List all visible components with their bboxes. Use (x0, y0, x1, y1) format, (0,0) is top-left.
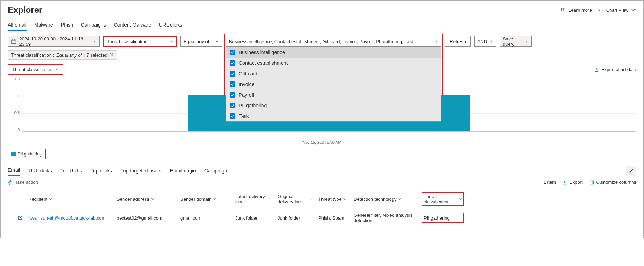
recipient-link[interactable]: hwan.sun-ah@mdodf.cattack-lab.com (28, 215, 105, 221)
checkbox-checked-icon (230, 60, 235, 66)
th-original[interactable]: Original delivery loc… (275, 192, 315, 206)
option-contact-establishment[interactable]: Contact establishment (226, 58, 441, 68)
option-gift-card[interactable]: Gift card (226, 68, 441, 79)
subtab-top-targeted[interactable]: Top targeted users (121, 166, 162, 176)
chart-series-dropdown[interactable]: Threat classification (8, 64, 63, 75)
filter-field-dropdown[interactable]: Threat classification (103, 36, 177, 47)
expand-icon (629, 168, 634, 173)
cell-latest: Junk folder (232, 213, 275, 223)
option-payroll[interactable]: Payroll (226, 90, 441, 100)
chevron-down-icon (435, 40, 438, 43)
export-table-link[interactable]: Export (562, 180, 583, 185)
option-invoice[interactable]: Invoice (226, 79, 441, 90)
chart-icon (598, 7, 604, 13)
chevron-down-icon (310, 197, 313, 201)
cell-threat-class: PII gathering (422, 213, 464, 223)
results-table: Recipient Sender address Sender domain L… (8, 189, 636, 227)
tab-all-email[interactable]: All email (8, 20, 27, 31)
close-icon[interactable]: ✕ (110, 52, 114, 58)
th-sender[interactable]: Sender address (114, 192, 178, 206)
th-threat-class[interactable]: Threat classification (422, 192, 464, 206)
filter-values-dropdown[interactable]: Business intelligence, Contact establish… (226, 36, 441, 47)
cell-domain: gmail.com (178, 213, 232, 223)
chart-legend[interactable]: PII gathering (8, 149, 46, 159)
download-icon (562, 180, 567, 185)
cell-threat-type: Phish, Spam (315, 213, 351, 223)
chevron-down-icon (269, 197, 272, 201)
subtab-top-urls[interactable]: Top URLs (60, 166, 82, 176)
learn-more-link[interactable]: Learn more (561, 7, 592, 13)
chevron-down-icon (213, 197, 216, 201)
tab-phish[interactable]: Phish (61, 20, 73, 31)
calendar-icon (11, 39, 16, 44)
detail-tabs: Email URL clicks Top URLs Top clicks Top… (8, 165, 636, 176)
checkbox-checked-icon (230, 103, 235, 108)
book-icon (561, 7, 566, 13)
open-new-icon[interactable] (18, 215, 23, 220)
svg-rect-0 (12, 40, 16, 44)
subtab-email-origin[interactable]: Email origin (170, 166, 196, 176)
subtab-campaign[interactable]: Campaign (204, 166, 227, 176)
download-icon (594, 67, 599, 72)
cell-original: Junk folder (275, 213, 315, 223)
subtab-top-clicks[interactable]: Top clicks (91, 166, 112, 176)
page-title: Explorer (8, 5, 42, 15)
filter-operator-dropdown[interactable]: Equal any of (180, 36, 222, 47)
take-action-link[interactable]: Take action (8, 180, 38, 185)
chevron-down-icon (56, 68, 59, 72)
chevron-down-icon (631, 7, 636, 13)
refresh-button[interactable]: Refresh (445, 36, 471, 47)
chevron-down-icon (525, 40, 528, 43)
checkbox-checked-icon (230, 71, 235, 77)
checkbox-checked-icon (230, 92, 235, 98)
checkbox-checked-icon (230, 113, 235, 119)
chevron-down-icon (459, 197, 462, 201)
tab-malware[interactable]: Malware (34, 20, 53, 31)
columns-icon (589, 180, 594, 185)
subtab-url-clicks[interactable]: URL clicks (29, 166, 52, 176)
tab-campaigns[interactable]: Campaigns (81, 20, 106, 31)
option-pii-gathering[interactable]: PII gathering (226, 100, 441, 111)
th-latest[interactable]: Latest delivery locat… (232, 192, 275, 206)
customize-columns-link[interactable]: Customize columns (589, 180, 636, 185)
export-chart-link[interactable]: Export chart data (594, 67, 636, 72)
option-business-intelligence[interactable]: Business intelligence (226, 47, 441, 58)
item-count: 1 item (544, 180, 556, 185)
date-range-dropdown[interactable]: 2024-10-20 00:00 - 2024-11-18 23:59 (8, 36, 100, 47)
subtab-email[interactable]: Email (8, 165, 20, 176)
tab-url-clicks[interactable]: URL clicks (159, 20, 182, 31)
main-tabs: All email Malware Phish Campaigns Conten… (8, 20, 636, 31)
th-recipient[interactable]: Recipient (25, 192, 114, 206)
chevron-down-icon (93, 40, 97, 43)
chevron-down-icon (343, 197, 347, 201)
th-domain[interactable]: Sender domain (178, 192, 232, 206)
chevron-down-icon (215, 40, 219, 43)
save-query-dropdown[interactable]: Save query (500, 36, 532, 47)
th-threat-type[interactable]: Threat type (315, 192, 351, 206)
filter-values-menu: Business intelligence Contact establishm… (226, 47, 441, 122)
filter-bar: 2024-10-20 00:00 - 2024-11-18 23:59 Thre… (8, 36, 636, 47)
chevron-down-icon (398, 197, 401, 201)
chart-xlabel: Nov 15, 2024 5:30 AM (8, 140, 636, 145)
and-or-dropdown[interactable]: AND (474, 36, 496, 47)
table-header: Recipient Sender address Sender domain L… (8, 189, 636, 209)
tab-content-malware[interactable]: Content Malware (114, 20, 151, 31)
chevron-down-icon (151, 197, 154, 201)
table-row[interactable]: hwan.sun-ah@mdodf.cattack-lab.com bectes… (8, 209, 636, 227)
legend-swatch (11, 152, 16, 156)
checkbox-checked-icon (230, 81, 235, 87)
checkbox-checked-icon (230, 50, 235, 55)
chevron-down-icon (49, 197, 52, 201)
chart-view-dropdown[interactable]: Chart View (598, 7, 636, 13)
th-detection[interactable]: Detection technology (351, 192, 422, 206)
cell-detection: General filter, Mixed analysis detection (351, 213, 422, 223)
expand-button[interactable] (626, 166, 636, 176)
option-task[interactable]: Task (226, 111, 441, 121)
svg-rect-1 (590, 181, 593, 184)
cell-sender: bectest02@gmail.com (114, 213, 178, 223)
filter-pill[interactable]: Threat classification : Equal any of : 7… (8, 50, 117, 60)
chevron-down-icon (489, 40, 493, 43)
lightning-icon (8, 180, 13, 185)
chart-yaxis: 1.5 1 0.5 0 (8, 77, 22, 132)
chevron-down-icon (170, 40, 173, 43)
